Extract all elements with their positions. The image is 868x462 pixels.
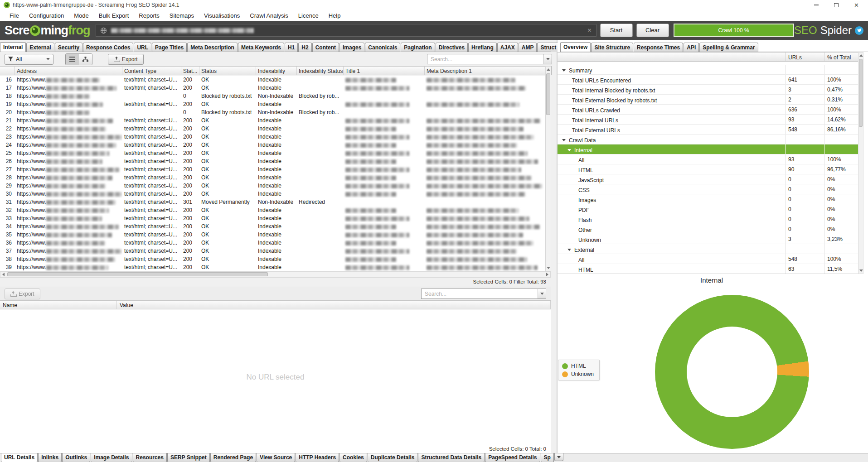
menu-item[interactable]: Bulk Export bbox=[94, 11, 134, 20]
right-tab[interactable]: Spelling & Grammar bbox=[699, 43, 758, 52]
overview-row[interactable]: Total External URLs 548 86,16% bbox=[558, 125, 863, 135]
column-name[interactable]: Name bbox=[0, 301, 117, 309]
scroll-down-icon[interactable] bbox=[858, 268, 863, 273]
main-tab[interactable]: Security bbox=[55, 43, 82, 52]
main-tab[interactable]: External bbox=[26, 43, 54, 52]
overview-row[interactable]: HTML 90 96,77% bbox=[558, 164, 863, 174]
table-row[interactable]: 36 https://www. text/html; charset=U... … bbox=[0, 239, 545, 247]
column-header[interactable]: Status bbox=[199, 67, 256, 75]
table-row[interactable]: 34 https://www. text/html; charset=U... … bbox=[0, 222, 545, 231]
clear-url-icon[interactable]: ✕ bbox=[587, 27, 592, 34]
menu-item[interactable]: Licence bbox=[293, 11, 324, 20]
column-header[interactable]: Stat... bbox=[181, 67, 199, 75]
overview-row[interactable]: PDF 0 0% bbox=[558, 204, 863, 214]
table-row[interactable]: 28 https://www. text/html; charset=U... … bbox=[0, 173, 545, 182]
url-input[interactable]: ✕ bbox=[96, 24, 596, 37]
table-row[interactable]: 29 https://www. text/html; charset=U... … bbox=[0, 182, 545, 190]
table-row[interactable]: 17 https://www. text/html; charset=U... … bbox=[0, 84, 545, 92]
overview-row[interactable]: Summary bbox=[558, 65, 863, 75]
main-tab[interactable]: Directives bbox=[436, 43, 468, 52]
bottom-tab[interactable]: PageSpeed Details bbox=[485, 453, 540, 462]
column-header[interactable]: Title 1 bbox=[344, 67, 425, 75]
table-row[interactable]: 31 https://www. text/html; charset=U... … bbox=[0, 198, 545, 206]
maximize-icon[interactable] bbox=[834, 3, 839, 7]
table-row[interactable]: 39 https://www. text/html; charset=U... … bbox=[0, 263, 545, 271]
table-horizontal-scrollbar[interactable] bbox=[0, 271, 551, 278]
overview-row[interactable]: Total Internal Blocked by robots.txt 3 0… bbox=[558, 85, 863, 95]
column-header[interactable]: Indexability bbox=[256, 67, 297, 75]
table-row[interactable]: 16 https://www. text/html; charset=U... … bbox=[0, 76, 545, 84]
bottom-tab[interactable]: Duplicate Details bbox=[368, 453, 418, 462]
search-options-button[interactable] bbox=[538, 289, 546, 298]
main-tab[interactable]: Internal bbox=[0, 42, 26, 52]
bottom-tab-overflow-button[interactable] bbox=[554, 453, 563, 461]
table-row[interactable]: 32 https://www. text/html; charset=U... … bbox=[0, 206, 545, 214]
column-header[interactable]: Meta Description 1 bbox=[425, 67, 545, 75]
main-tab[interactable]: Page Titles bbox=[152, 43, 187, 52]
overview-row[interactable]: Total URLs Encountered 641 100% bbox=[558, 75, 863, 85]
overview-scrollbar[interactable] bbox=[858, 52, 863, 274]
overview-row[interactable]: Unknown 3 3,23% bbox=[558, 234, 863, 244]
overview-row[interactable]: All 548 100% bbox=[558, 254, 863, 264]
right-tab[interactable]: API bbox=[684, 43, 699, 52]
search-options-button[interactable] bbox=[543, 54, 552, 64]
legend-item[interactable]: Unknown bbox=[562, 371, 594, 377]
table-row[interactable]: 37 https://www. text/html; charset=U... … bbox=[0, 247, 545, 255]
scrollbar-thumb[interactable] bbox=[7, 272, 268, 276]
search-input[interactable] bbox=[427, 56, 543, 63]
table-row[interactable]: 18 https://www. 0 Blocked by robots.txt … bbox=[0, 92, 545, 100]
main-tab[interactable]: AJAX bbox=[497, 43, 518, 52]
main-tab[interactable]: H1 bbox=[285, 43, 298, 52]
table-row[interactable]: 33 https://www. text/html; charset=U... … bbox=[0, 214, 545, 222]
main-tab[interactable]: Response Codes bbox=[83, 43, 133, 52]
legend-item[interactable]: HTML bbox=[562, 363, 594, 369]
bottom-tab[interactable]: Sp bbox=[541, 453, 554, 462]
bottom-tab[interactable]: Inlinks bbox=[38, 453, 62, 462]
overview-row[interactable]: Total Internal URLs 93 14,62% bbox=[558, 115, 863, 125]
table-row[interactable]: 19 https://www. text/html; charset=U... … bbox=[0, 100, 545, 108]
overview-row[interactable]: CSS 0 0% bbox=[558, 184, 863, 194]
column-header[interactable] bbox=[0, 67, 15, 75]
menu-item[interactable]: Sitemaps bbox=[165, 11, 199, 20]
main-tab[interactable]: Content bbox=[312, 43, 339, 52]
table-row[interactable]: 27 https://www. text/html; charset=U... … bbox=[0, 165, 545, 173]
scroll-left-icon[interactable] bbox=[1, 272, 6, 277]
scroll-up-icon[interactable] bbox=[546, 67, 551, 72]
menu-item[interactable]: Visualisations bbox=[199, 11, 245, 20]
main-tab[interactable]: Hreflang bbox=[468, 43, 497, 52]
minimize-icon[interactable] bbox=[814, 5, 819, 5]
bottom-tab[interactable]: Image Details bbox=[91, 453, 132, 462]
table-vertical-scrollbar[interactable] bbox=[545, 66, 551, 271]
bottom-tab[interactable]: HTTP Headers bbox=[296, 453, 339, 462]
scroll-down-icon[interactable] bbox=[546, 265, 551, 270]
overview-row[interactable]: All 93 100% bbox=[558, 154, 863, 164]
table-row[interactable]: 21 https://www. text/html; charset=U... … bbox=[0, 116, 545, 125]
bottom-tab[interactable]: SERP Snippet bbox=[167, 453, 210, 462]
column-value[interactable]: Value bbox=[117, 301, 551, 309]
menu-item[interactable]: Reports bbox=[134, 11, 165, 20]
main-tab[interactable]: AMP bbox=[519, 43, 537, 52]
overview-row[interactable]: External bbox=[558, 244, 863, 254]
main-tab[interactable]: URL bbox=[134, 43, 151, 52]
overview-row[interactable]: Images 0 0% bbox=[558, 194, 863, 204]
overview-row[interactable]: Total URLs Crawled 636 100% bbox=[558, 105, 863, 115]
twitter-icon[interactable] bbox=[855, 26, 863, 35]
detail-search-input[interactable] bbox=[422, 291, 538, 297]
table-row[interactable]: 25 https://www. text/html; charset=U... … bbox=[0, 149, 545, 157]
close-icon[interactable]: ✕ bbox=[854, 2, 859, 9]
list-view-button[interactable] bbox=[66, 54, 79, 65]
donut-chart[interactable] bbox=[655, 295, 809, 449]
overview-row[interactable]: Internal bbox=[558, 144, 863, 154]
table-row[interactable]: 38 https://www. text/html; charset=U... … bbox=[0, 255, 545, 263]
column-pct[interactable]: % of Total bbox=[824, 53, 863, 61]
right-tab[interactable]: Site Structure bbox=[591, 43, 633, 52]
menu-item[interactable]: Configuration bbox=[24, 11, 69, 20]
export-button[interactable]: Export bbox=[108, 54, 144, 65]
bottom-tab[interactable]: Outlinks bbox=[62, 453, 90, 462]
menu-item[interactable]: Help bbox=[324, 11, 346, 20]
clear-button[interactable]: Clear bbox=[636, 24, 669, 37]
detail-export-button[interactable]: Export bbox=[5, 289, 40, 299]
overview-row[interactable]: HTML 63 11,5% bbox=[558, 264, 863, 274]
filter-dropdown[interactable]: All bbox=[5, 54, 53, 65]
bottom-tab[interactable]: Resources bbox=[133, 453, 167, 462]
